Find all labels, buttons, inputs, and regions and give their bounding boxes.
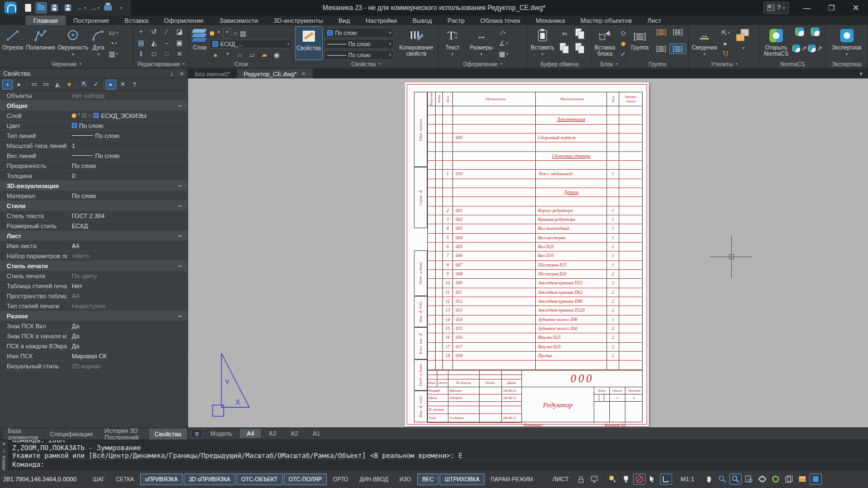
layer-freeze-vp-icon[interactable]: * bbox=[223, 28, 231, 38]
circle-dropdown-icon[interactable]: ▼ bbox=[71, 51, 75, 57]
workspace-switcher[interactable]: ? ▾ bbox=[763, 2, 789, 14]
menu-tab-Оформление[interactable]: Оформление bbox=[156, 16, 211, 25]
stretch-button[interactable]: ‖ bbox=[135, 49, 147, 60]
select-crossing-button[interactable]: ▭ bbox=[41, 80, 51, 90]
status-toggle-ИЗО[interactable]: ИЗО bbox=[394, 474, 416, 485]
panel-tab-Спецификация[interactable]: Спецификация bbox=[45, 428, 98, 440]
draw-order-dropdown-icon[interactable]: ▼ bbox=[742, 45, 746, 51]
menu-tab-Мастер объектов[interactable]: Мастер объектов bbox=[573, 16, 639, 25]
layer-lock-icon[interactable]: ∩ bbox=[232, 28, 239, 38]
section-Стили[interactable]: Стили− bbox=[0, 201, 188, 211]
section-Стиль печати[interactable]: Стиль печати− bbox=[0, 261, 188, 271]
prop-row[interactable]: ОбъектыНет набора bbox=[0, 91, 188, 101]
no-entry-icon[interactable] bbox=[633, 474, 645, 485]
group-label-annotate[interactable]: Оформление▾ bbox=[438, 60, 527, 68]
fullscreen-icon[interactable] bbox=[810, 474, 822, 485]
normacs-export-button[interactable]: ↗ bbox=[807, 43, 823, 54]
group-select-toggle-button[interactable]: [▥] bbox=[669, 43, 686, 54]
copy-with-basepoint-button[interactable] bbox=[573, 29, 588, 40]
group-manager-button[interactable]: [▤] bbox=[669, 27, 686, 37]
prop-row[interactable]: Вес линийПо слою bbox=[0, 151, 188, 161]
prop-row[interactable]: Слой*⊡∩ЕСКД_ЭСКИЗЫ bbox=[0, 111, 188, 121]
undo-button[interactable]: ←▾ bbox=[76, 2, 87, 13]
table-button[interactable]: ▦▾ bbox=[498, 48, 509, 59]
zoom-window-icon[interactable] bbox=[729, 474, 742, 485]
command-input-area[interactable]: Команда: ZOOMZ,ZOOM,ПО,ПОКАЗАТЬ - Зумиро… bbox=[8, 440, 868, 470]
match-properties-button[interactable]: Копирование свойств bbox=[396, 26, 437, 60]
clear-selection-button[interactable]: ✕ bbox=[117, 80, 128, 90]
select-button[interactable]: ▸ bbox=[14, 80, 24, 90]
prop-row[interactable]: Стиль печатиПо цвету bbox=[0, 271, 188, 281]
selection-filter-icon[interactable]: ▼ bbox=[64, 80, 75, 90]
doc-tab[interactable]: Без имени0* bbox=[188, 69, 237, 78]
array-button[interactable]: ∷ bbox=[160, 49, 173, 60]
menu-tab-Растр[interactable]: Растр bbox=[440, 16, 472, 25]
prop-row[interactable]: Визуальный стиль2D-каркас bbox=[0, 361, 188, 371]
zoom-icon[interactable] bbox=[716, 474, 728, 485]
help-button[interactable]: ? bbox=[777, 4, 781, 12]
menu-tab-Вставка[interactable]: Вставка bbox=[117, 16, 156, 25]
section-Лист[interactable]: Лист− bbox=[0, 231, 188, 241]
prop-row[interactable]: Масштаб типа линий1 bbox=[0, 141, 188, 151]
lock-icon[interactable] bbox=[575, 474, 587, 485]
prop-row[interactable]: ЦветПо слою bbox=[0, 121, 188, 131]
block-redefine-button[interactable]: ◆ bbox=[618, 38, 626, 48]
linetype-combo[interactable]: По слою▾ bbox=[324, 39, 394, 49]
offset-button[interactable]: ▣ bbox=[173, 38, 186, 48]
qat-overflow-button[interactable]: ▾ bbox=[116, 2, 127, 13]
normacs-sync-button[interactable]: ↗ bbox=[792, 43, 807, 54]
trim-button[interactable]: ∕ bbox=[160, 27, 173, 37]
light-cursor-icon[interactable] bbox=[606, 474, 619, 485]
print-button[interactable] bbox=[102, 2, 114, 13]
scale-button[interactable]: □ bbox=[147, 49, 160, 60]
group-label-normacs[interactable]: NormaCS bbox=[760, 60, 825, 68]
prop-row[interactable]: Стиль текстаГОСТ 2.304 bbox=[0, 211, 188, 221]
arc-button[interactable]: Дуга ▼ bbox=[90, 26, 107, 60]
erase-button[interactable]: ◪ bbox=[173, 27, 186, 37]
arc-dropdown-icon[interactable]: ▼ bbox=[96, 51, 100, 57]
new-file-button[interactable] bbox=[22, 2, 33, 13]
ellipse-button[interactable]: ◔▾ bbox=[108, 38, 119, 48]
explode-button[interactable]: ✕ bbox=[173, 49, 186, 60]
group-label-properties[interactable]: Свойства▾ bbox=[294, 60, 438, 68]
move-button[interactable]: + bbox=[135, 27, 147, 37]
expertise-button[interactable]: Экспертиза ▼ bbox=[831, 26, 862, 60]
pin-command-icon[interactable]: ⊥ bbox=[2, 448, 6, 454]
rectangle-button[interactable]: ▭▾ bbox=[108, 27, 119, 38]
panel-tab-Свойства[interactable]: Свойства bbox=[149, 428, 187, 440]
layout-page-icon[interactable] bbox=[588, 474, 600, 485]
open-file-button[interactable] bbox=[36, 2, 47, 13]
normacs-doc-button[interactable] bbox=[807, 27, 823, 37]
status-toggle-ОТС-ОБЪЕКТ[interactable]: ОТС-ОБЪЕКТ bbox=[236, 474, 283, 485]
group-label-edit[interactable]: Редактирование▾ bbox=[134, 60, 189, 68]
status-toggle-ОРТО[interactable]: ОРТО bbox=[328, 474, 353, 485]
command-prompt[interactable]: Команда: bbox=[12, 459, 864, 469]
group-label-block[interactable]: Блок▾ bbox=[592, 60, 626, 68]
color-combo[interactable]: По слою▾ bbox=[324, 28, 394, 38]
menu-tab-Вывод[interactable]: Вывод bbox=[405, 16, 440, 25]
apply-selection-button[interactable]: ✓ bbox=[91, 80, 101, 90]
measure-button[interactable]: ↔ Сведения ▼ bbox=[690, 26, 719, 60]
layer-walk-icon[interactable]: ▰ bbox=[259, 50, 270, 60]
prop-row[interactable]: Имя листаA4 bbox=[0, 241, 188, 251]
prop-row[interactable]: Набор параметров листа<Нет> bbox=[0, 251, 188, 261]
cursor-button[interactable]: ▸ bbox=[106, 80, 116, 90]
orbit-icon[interactable] bbox=[756, 474, 768, 485]
line-button[interactable]: Отрезок bbox=[1, 26, 24, 60]
window-icon[interactable] bbox=[796, 474, 808, 485]
zoom-extents-icon[interactable] bbox=[743, 474, 755, 485]
group-button[interactable]: [▥] Группа bbox=[628, 26, 652, 60]
copy-button[interactable]: ▤ bbox=[135, 38, 147, 48]
close-tab-icon[interactable]: ✕ bbox=[301, 71, 305, 77]
ungroup-button[interactable]: [▥] bbox=[653, 27, 669, 37]
select-window-button[interactable]: ▭ bbox=[29, 80, 40, 90]
hatch-button[interactable]: ▨▾ bbox=[108, 48, 119, 59]
close-button[interactable]: ✕ bbox=[844, 0, 868, 16]
layout-list-icon[interactable]: ≣ bbox=[191, 429, 203, 438]
dimensions-button[interactable]: ↔ Размеры ▼ bbox=[466, 26, 497, 60]
layer-plane-icon[interactable]: ▱ bbox=[246, 50, 258, 60]
layer-unlock-icon[interactable]: ∩ bbox=[234, 50, 245, 60]
prop-row[interactable]: Толщина0 bbox=[0, 171, 188, 181]
status-toggle-ШАГ[interactable]: ШАГ bbox=[88, 474, 110, 485]
menu-tab-3D-инструменты[interactable]: 3D-инструменты bbox=[266, 16, 331, 25]
